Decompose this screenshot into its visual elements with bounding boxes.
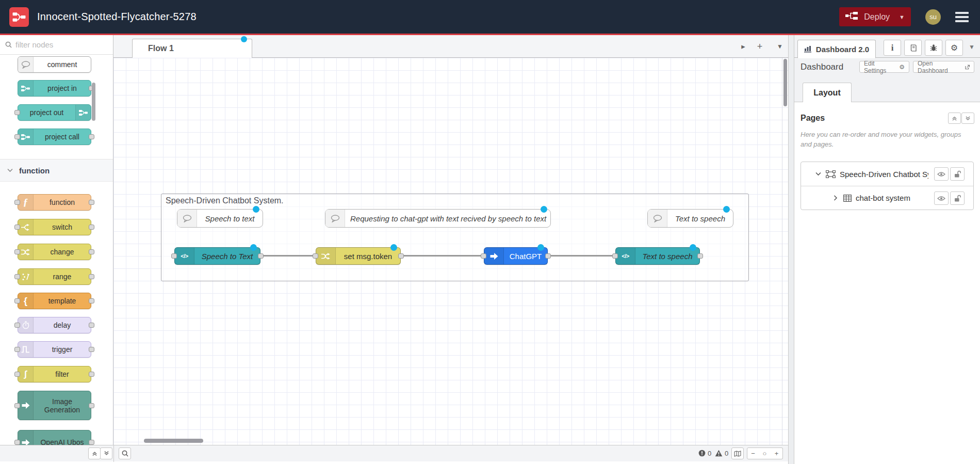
info-tab-button[interactable]: i — [884, 40, 901, 56]
comment-node-requesting-to-chat-gpt-with-te[interactable]: Requesting to chat-gpt with text recived… — [325, 209, 551, 228]
zoom-out-button[interactable]: − — [747, 447, 759, 459]
warning-count-icon[interactable] — [715, 450, 723, 459]
wire[interactable] — [403, 255, 481, 257]
flow-group[interactable]: Speech-Driven Chatbot System. — [161, 194, 749, 281]
palette-node-comment[interactable]: comment — [18, 56, 91, 73]
flow-node-chatgpt[interactable]: ChatGPT — [484, 247, 548, 265]
palette-node-project-out[interactable]: project out — [18, 104, 91, 121]
main-menu-icon[interactable] — [955, 10, 969, 24]
input-port[interactable] — [14, 249, 20, 254]
tab-dashboard-2[interactable]: Dashboard 2.0 — [797, 40, 876, 58]
input-port[interactable] — [14, 372, 20, 377]
palette-node-project-in[interactable]: project in — [18, 80, 91, 97]
palette-expand-all-button[interactable] — [100, 447, 112, 459]
palette-node-project-call[interactable]: project call — [18, 129, 91, 145]
canvas-vertical-scrollbar[interactable] — [783, 59, 787, 106]
input-port[interactable] — [14, 110, 20, 115]
flow-list-caret-icon[interactable]: ▼ — [773, 40, 787, 53]
output-port[interactable] — [545, 253, 551, 259]
palette-category-function[interactable]: function — [0, 159, 113, 182]
palette-node-filter[interactable]: ∫filter — [18, 366, 91, 382]
output-port[interactable] — [89, 249, 94, 254]
output-port[interactable] — [89, 200, 94, 205]
palette-filter-input[interactable] — [15, 40, 98, 49]
output-port[interactable] — [89, 274, 94, 279]
open-dashboard-button[interactable]: Open Dashboard — [913, 61, 974, 73]
input-port[interactable] — [171, 253, 177, 259]
user-avatar[interactable]: su — [925, 9, 941, 25]
palette-node-range[interactable]: range — [18, 268, 91, 285]
output-port[interactable] — [89, 298, 94, 303]
input-port[interactable] — [313, 253, 318, 259]
input-port[interactable] — [14, 225, 20, 230]
change-icon — [321, 252, 330, 260]
flow-canvas[interactable]: Speech-Driven Chatbot System.Speech to t… — [113, 58, 788, 445]
flow-node-speech-to-text[interactable]: </>Speech to Text — [174, 247, 260, 265]
output-port[interactable] — [89, 134, 94, 139]
palette-node-change[interactable]: change — [18, 244, 91, 260]
output-port[interactable] — [89, 372, 94, 377]
zoom-reset-button[interactable]: ○ — [759, 447, 771, 459]
input-port[interactable] — [14, 134, 20, 139]
lock-toggle-button[interactable] — [950, 167, 965, 181]
input-port[interactable] — [14, 347, 20, 352]
lock-toggle-button[interactable] — [950, 191, 965, 205]
comment-node-speech-to-text[interactable]: Speech to text — [177, 209, 263, 228]
canvas-search-button[interactable] — [119, 447, 131, 459]
sidebar-splitter[interactable] — [788, 35, 794, 464]
palette-node-switch[interactable]: switch — [18, 219, 91, 235]
output-port[interactable] — [89, 225, 94, 230]
input-port[interactable] — [14, 298, 20, 303]
minimap-toggle-button[interactable] — [731, 447, 744, 459]
tab-layout[interactable]: Layout — [803, 83, 852, 102]
chevron-right-icon[interactable] — [832, 195, 839, 201]
visibility-toggle-button[interactable] — [934, 167, 949, 181]
comment-node-text-to-speech[interactable]: Text to speech — [647, 209, 733, 228]
output-port[interactable] — [89, 440, 94, 445]
input-port[interactable] — [14, 200, 20, 205]
input-port[interactable] — [612, 253, 618, 259]
palette-node-trigger[interactable]: trigger — [18, 341, 91, 358]
pages-expand-all-button[interactable] — [961, 113, 974, 124]
page-row-speech-driven-chatbot-system[interactable]: Speech-Driven Chatbot System — [801, 162, 973, 186]
help-tab-button[interactable] — [904, 40, 922, 56]
output-port[interactable] — [89, 403, 94, 408]
wire[interactable] — [550, 255, 613, 257]
output-port[interactable] — [258, 253, 264, 259]
input-port[interactable] — [14, 323, 20, 328]
input-port[interactable] — [14, 440, 20, 445]
page-row-chat-bot-system[interactable]: chat-bot system — [801, 186, 973, 210]
debug-tab-button[interactable] — [925, 40, 942, 56]
flow-node-set-msg-token[interactable]: set msg.token — [316, 247, 401, 265]
edit-settings-button[interactable]: Edit Settings⚙ — [859, 61, 909, 73]
sidebar-tabs-caret-icon[interactable]: ▼ — [969, 43, 975, 51]
input-port[interactable] — [481, 253, 486, 259]
tab-scroll-right-icon[interactable]: ▸ — [737, 40, 750, 53]
output-port[interactable] — [398, 253, 404, 259]
flow-node-text-to-speech[interactable]: </>Text to speech — [615, 247, 700, 265]
deploy-caret-icon[interactable]: ▼ — [899, 14, 905, 20]
palette-node-openai-ubos[interactable]: OpenAI Ubos — [18, 430, 91, 445]
deploy-button[interactable]: Deploy ▼ — [839, 7, 911, 26]
add-flow-button[interactable]: + — [753, 40, 766, 53]
palette-scrollbar[interactable] — [92, 83, 95, 121]
tab-flow-1[interactable]: Flow 1 — [132, 39, 252, 58]
wire[interactable] — [263, 255, 313, 257]
palette-node-image-generation[interactable]: Image Generation — [18, 391, 91, 420]
output-port[interactable] — [89, 323, 94, 328]
palette-node-delay[interactable]: delay — [18, 317, 91, 333]
config-tab-button[interactable]: ⚙ — [945, 40, 963, 56]
input-port[interactable] — [14, 274, 20, 279]
output-port[interactable] — [89, 347, 94, 352]
canvas-horizontal-scrollbar[interactable] — [144, 439, 203, 443]
palette-node-function[interactable]: ƒfunction — [18, 194, 91, 211]
palette-collapse-all-button[interactable] — [88, 447, 101, 459]
pages-collapse-all-button[interactable] — [948, 113, 961, 124]
output-port[interactable] — [697, 253, 703, 259]
visibility-toggle-button[interactable] — [934, 191, 949, 205]
zoom-in-button[interactable]: + — [771, 447, 783, 459]
palette-node-template[interactable]: {template — [18, 293, 91, 309]
tree-chevron-down-icon[interactable] — [814, 172, 822, 176]
input-port[interactable] — [14, 403, 20, 408]
error-count-icon[interactable] — [698, 450, 706, 459]
